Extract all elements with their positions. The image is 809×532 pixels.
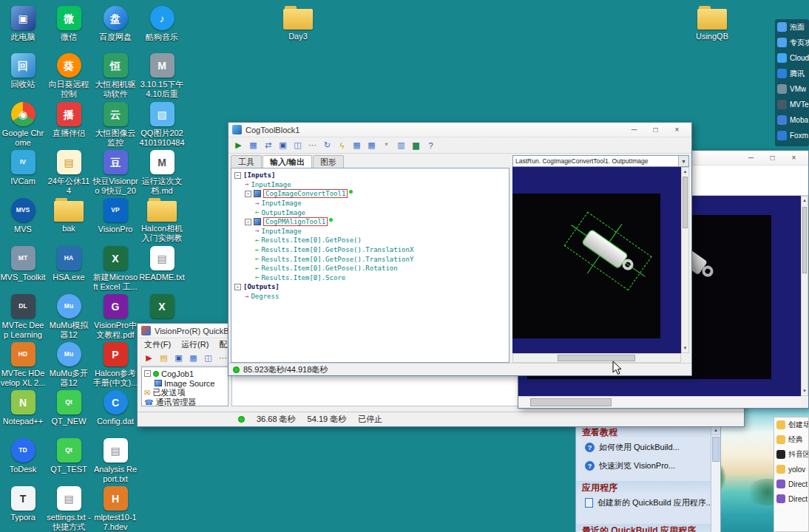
desktop-icon-visionpro[interactable]: VPVisionPro — [92, 198, 138, 234]
desktop-icon-visionpro-pdf[interactable]: GVisionPro中文教程.pdf — [92, 294, 138, 340]
scrollbar-thumb[interactable] — [683, 177, 688, 228]
desktop-icon-excel-new[interactable]: X新建Microsoft Excel 工... — [92, 246, 138, 292]
close-button[interactable]: × — [666, 123, 688, 136]
tree-node[interactable]: →InputImage — [231, 227, 509, 236]
desktop-icon-live-companion[interactable]: 播直播伴侣 — [46, 102, 92, 138]
side-list-item[interactable]: 腾讯 — [775, 66, 809, 81]
side-list-item[interactable]: 经典 — [774, 432, 808, 447]
menu-item[interactable]: 运行(R) — [176, 339, 214, 350]
horizontal-scrollbar[interactable] — [518, 396, 801, 408]
scroll-up-arrow-icon[interactable]: ▲ — [802, 197, 808, 205]
desktop-icon-recycle-bin[interactable]: 回回收站 — [0, 53, 46, 89]
desktop-icon-daheng-cloud[interactable]: 云大恒图像云监控 — [92, 102, 138, 148]
desktop-icon-halcon-manual[interactable]: PHalcon参考手册(中文)... — [92, 342, 138, 388]
maximize-button[interactable]: □ — [645, 123, 666, 136]
tree-node[interactable]: ←Results.Item[0].Score — [231, 273, 509, 283]
desktop-icon-readme[interactable]: ▤README.txt — [139, 246, 185, 282]
tree-node[interactable]: ←Results.Item[0].GetPose() — [231, 236, 509, 245]
maximize-button[interactable]: □ — [762, 151, 783, 164]
desktop-icon-bak-folder[interactable]: bak — [46, 198, 92, 233]
desktop-icon-baidu-pan[interactable]: 盘百度网盘 — [92, 6, 138, 42]
help-link[interactable]: ?如何使用 QuickBuild... — [576, 438, 711, 457]
desktop-icon-halcon-tutorial-folder[interactable]: Halcon相机入门实例教程 — [139, 198, 185, 244]
collapse-icon[interactable]: - — [234, 284, 241, 290]
windows-button[interactable]: ◫ — [201, 352, 215, 365]
save-button[interactable]: ▣ — [172, 352, 186, 365]
benchmark-button[interactable]: ▆ — [409, 139, 423, 152]
desktop-icon-kuaidou-visionpro[interactable]: 豆快豆Visionpro 9快豆_202... — [92, 150, 138, 197]
desktop-icon-hsa-exe[interactable]: HAHSA.exe — [46, 246, 92, 282]
desktop-icon-analysis-report[interactable]: ▤Analysis Report.txt — [92, 438, 138, 484]
side-list-item[interactable]: MVTe — [775, 97, 809, 112]
desktop-icon-todesk[interactable]: TDToDesk — [0, 438, 46, 474]
grid-button[interactable]: ▦ — [186, 352, 200, 365]
qb-tree-node[interactable]: -CogJob1 — [144, 369, 228, 378]
side-list-item[interactable]: Moba — [775, 112, 809, 128]
display-record-combobox[interactable]: LastRun. CogImageConvertTool1. OutputIma… — [512, 155, 689, 167]
swap-button[interactable]: ⇄ — [261, 139, 275, 152]
grid-settings-button[interactable]: ▦ — [365, 139, 379, 152]
side-list-item[interactable]: yolov — [774, 462, 808, 477]
desktop-icon-mvs-toolkit[interactable]: MTMVS_Toolkit — [0, 246, 46, 282]
side-list-item[interactable]: Direct — [774, 477, 808, 491]
desktop-icon-sunlogin[interactable]: 葵向日葵远程控制 — [46, 53, 92, 99]
collapse-icon[interactable]: - — [245, 191, 251, 197]
qb-tree-node[interactable]: ☎通讯管理器 — [144, 398, 228, 406]
wrench-button[interactable]: * — [379, 139, 393, 152]
cogtoolblock-titlebar[interactable]: CogToolBlock1 ─ □ × — [229, 123, 691, 137]
collapse-icon[interactable]: - — [245, 219, 251, 225]
desktop-icon-daheng-driver[interactable]: 恒大恒相机驱动软件 — [92, 53, 138, 99]
desktop-icon-usingqb-folder[interactable]: UsingQB — [689, 6, 735, 41]
tab-工具[interactable]: 工具 — [231, 155, 262, 168]
panel-button[interactable]: ▥ — [394, 139, 408, 152]
tree-node[interactable]: ←OutputImage — [231, 208, 509, 217]
tree-node[interactable]: ←Results.Item[0].GetPose().Rotation — [231, 264, 509, 273]
desktop-icon-day3-folder[interactable]: Day3 — [275, 6, 321, 41]
side-list-item[interactable]: Foxm — [775, 128, 809, 143]
electric-button[interactable]: ϟ — [335, 139, 349, 152]
vertical-scrollbar[interactable]: ▲ ▼ — [681, 167, 689, 353]
desktop-icon-mvtec-hdevelop[interactable]: HDMVTec HDevelop XL 2... — [0, 342, 46, 388]
tab-输入/输出[interactable]: 输入/输出 — [263, 155, 312, 168]
side-list-item[interactable]: 泡面 — [775, 19, 809, 35]
desktop-icon-mumu-emulator[interactable]: MuMuMu模拟器12 — [46, 294, 92, 340]
help-link[interactable]: 创建新的 QuickBuild 应用程序... — [576, 494, 711, 512]
scrollbar-thumb[interactable] — [712, 437, 720, 462]
refresh-button[interactable]: ↻ — [320, 139, 334, 152]
desktop-icon-typora[interactable]: TTypora — [0, 486, 46, 522]
save-button[interactable]: ▣ — [276, 139, 290, 152]
run-all-button[interactable]: ▶ — [142, 352, 156, 365]
desktop-icon-qt-test[interactable]: QtQT_TEST — [46, 438, 92, 474]
desktop-icon-doc-24-gongxiu[interactable]: ▤24年公休114 — [46, 150, 92, 196]
desktop-icon-mumu-multi[interactable]: MuMuMu多开器12 — [46, 342, 92, 388]
minimize-button[interactable]: ─ — [623, 123, 645, 136]
desktop-icon-ivcam[interactable]: IVIVCam — [0, 150, 46, 186]
tree-node[interactable]: ←Results.Item[0].GetPose().TranslationX — [231, 245, 509, 255]
side-list-item[interactable]: VMw — [775, 81, 809, 97]
collapse-icon[interactable]: - — [144, 370, 151, 377]
tab-图形[interactable]: 图形 — [313, 155, 344, 168]
scrollbar-thumb[interactable] — [802, 207, 807, 273]
side-list-item[interactable]: 创建场 — [774, 417, 808, 432]
desktop-icon-qt-new[interactable]: QtQT_NEW — [46, 390, 92, 426]
desktop-icon-hidden-doc[interactable]: X — [139, 294, 185, 321]
side-list-item[interactable]: 抖音区 — [774, 447, 808, 462]
scrollbar-thumb[interactable] — [530, 398, 612, 406]
tree-node[interactable]: ←Results.Item[0].GetPose().TranslationY — [231, 254, 509, 264]
desktop-icon-mvs[interactable]: MVSMVS — [0, 198, 46, 234]
minimize-button[interactable]: ─ — [740, 151, 762, 164]
desktop-icon-notepad-plus[interactable]: NNotepad++ — [0, 390, 46, 426]
desktop-icon-mp3-recording[interactable]: M3.10.15下午4.10后重做... — [139, 53, 185, 100]
tree-node[interactable]: →InputImage — [231, 199, 509, 208]
help-link[interactable]: ?快速浏览 VisionPro... — [576, 457, 711, 475]
desktop-icon-md-doc[interactable]: M运行这次文档.md — [139, 150, 185, 196]
vertical-scrollbar[interactable]: ▲ ▼ — [801, 196, 808, 396]
side-list-item[interactable]: Direct — [774, 491, 808, 506]
collapse-icon[interactable]: - — [234, 172, 241, 179]
scroll-up-arrow-icon[interactable]: ▲ — [682, 168, 688, 176]
more-button[interactable]: ⋯ — [305, 139, 319, 152]
menu-item[interactable]: 文件(F) — [139, 339, 176, 350]
side-list-item[interactable]: 专页攻 — [775, 35, 809, 50]
scroll-down-arrow-icon[interactable]: ▼ — [802, 387, 808, 395]
tree-node[interactable]: -CogImageConvertTool1 — [231, 189, 509, 199]
